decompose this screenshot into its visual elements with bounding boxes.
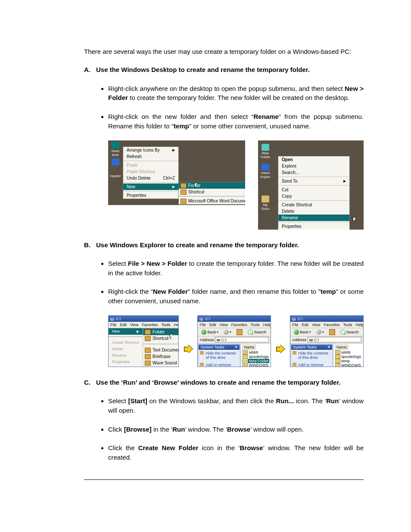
menu-rename[interactable]: Rename — [278, 215, 349, 221]
explorer-window-newfolder[interactable]: 🖴C:\ File Edit View Favorites Tools Help… — [197, 315, 271, 367]
list-item[interactable]: spoolerlogs — [242, 355, 269, 359]
tasks-header[interactable]: System Tasks⊗ — [291, 345, 332, 350]
list-item[interactable]: si668 — [242, 350, 269, 355]
task-add-remove[interactable]: Add or remove programs — [291, 361, 332, 367]
list-item-temp[interactable]: temp — [335, 359, 362, 363]
menu-search[interactable]: Search... — [278, 169, 349, 176]
menu-copy[interactable]: Copy — [278, 193, 349, 199]
sub-wave[interactable]: Wave Sound — [143, 360, 179, 366]
list-item[interactable]: WINDOWS — [242, 363, 269, 367]
file-new[interactable]: New▶ — [109, 328, 143, 335]
sub-word[interactable]: Microsoft Office Word — [143, 366, 179, 367]
address-bar[interactable]: Address 🖴 C:\ — [198, 336, 271, 344]
section-B-bullets: Select File > New > Folder to create the… — [108, 259, 364, 306]
window-titlebar[interactable]: 🖴C:\ — [198, 316, 271, 322]
menu-file[interactable]: File — [292, 323, 299, 327]
folders-button[interactable]: Folders — [362, 329, 364, 336]
menu-new[interactable]: New▶ — [123, 184, 178, 190]
menu-open[interactable]: Open — [278, 156, 349, 163]
label: Delete — [112, 347, 123, 351]
menu-delete[interactable]: Delete — [278, 208, 349, 215]
file-list[interactable]: Name si668 spoolerlogs temp WINDOWS — [333, 344, 363, 367]
search-button[interactable]: Search — [246, 329, 268, 335]
menu-edit[interactable]: Edit — [120, 323, 127, 327]
menu-tools[interactable]: Tools — [343, 323, 352, 327]
menu-favorites[interactable]: Favorites — [231, 323, 247, 327]
bold: [Start] — [128, 397, 147, 404]
menu-tools[interactable]: Tools — [161, 323, 170, 327]
up-button[interactable] — [327, 329, 337, 336]
explorer-window-temp[interactable]: 🖴C:\ File Edit View Favorites Tools Help… — [290, 315, 364, 367]
window-titlebar[interactable]: 🖴C:\ — [290, 316, 363, 322]
task-hide-contents[interactable]: Hide the contents of this drive — [291, 350, 332, 361]
column-name[interactable]: Name — [335, 345, 349, 350]
explorer-window-menu[interactable]: 🖴C:\ File Edit View Favorites Tools Help… — [108, 315, 179, 367]
bold: New Folder — [153, 288, 188, 295]
task-add-remove[interactable]: Add or remove programs — [199, 361, 240, 367]
menubar[interactable]: File Edit View Favorites Tools Help — [198, 322, 271, 328]
list-item[interactable]: spoolerlogs — [335, 355, 362, 359]
menu-paste: Paste — [123, 162, 178, 168]
menu-view[interactable]: View — [312, 323, 320, 327]
submenu-folder[interactable]: Folder — [179, 182, 245, 189]
menu-arrange-icons[interactable]: Arrange Icons By▶ — [123, 147, 178, 153]
menu-help[interactable]: Help — [355, 323, 364, 327]
address-field[interactable]: 🖴 C:\ — [308, 337, 361, 342]
menu-file[interactable]: File — [199, 323, 206, 327]
list-item[interactable]: WINDOWS — [335, 363, 362, 367]
menu-edit[interactable]: Edit — [209, 323, 216, 327]
list-item-new-folder[interactable]: New Folder — [242, 359, 269, 363]
menu-send-to[interactable]: Send To▶ — [278, 178, 349, 184]
menu-create-shortcut[interactable]: Create Shortcut — [278, 202, 349, 208]
menubar[interactable]: File Edit View Favorites Tools Help — [290, 322, 363, 328]
menu-file[interactable]: File — [110, 323, 117, 327]
menu-favorites[interactable]: Favorites — [324, 323, 339, 327]
toolbar[interactable]: Back▾ ▾ Search Folders — [290, 328, 363, 336]
back-button[interactable]: Back▾ — [292, 329, 313, 335]
folders-button[interactable]: Folders — [270, 329, 271, 336]
menu-favorites[interactable]: Favorites — [142, 323, 158, 327]
menu-help[interactable]: Help — [263, 323, 271, 327]
search-button[interactable]: Search — [339, 329, 361, 335]
sub-text[interactable]: Text Document — [143, 347, 179, 353]
up-button[interactable] — [235, 329, 244, 336]
menu-edit[interactable]: Edit — [302, 323, 309, 327]
menu-help[interactable]: Help — [174, 323, 178, 327]
address-bar[interactable]: Address 🖴 C:\ — [290, 336, 363, 344]
submenu-shortcut[interactable]: Shortcut — [179, 189, 245, 195]
folder-context-menu[interactable]: Open Explore Search... Send To▶ Cut Copy… — [278, 156, 350, 230]
list-item[interactable]: si668 — [335, 350, 362, 355]
menubar[interactable]: File Edit View Favorites Tools Help — [109, 322, 178, 328]
collapse-icon[interactable]: ⊗ — [235, 345, 238, 349]
label: Paste — [127, 163, 138, 168]
menu-undo-delete[interactable]: Undo DeleteCtrl+Z — [123, 175, 178, 181]
file-menu-dropdown[interactable]: New▶ Create Shortcut Delete Rename Prope… — [109, 328, 143, 367]
collapse-icon[interactable]: ⊗ — [327, 345, 330, 349]
menu-properties[interactable]: Properties — [123, 192, 178, 199]
submenu-word-doc[interactable]: Microsoft Office Word Document — [179, 198, 245, 204]
menu-cut[interactable]: Cut — [278, 187, 349, 193]
desktop-context-menu[interactable]: Arrange Icons By▶ Refresh Paste Paste Sh… — [123, 146, 179, 199]
menu-explore[interactable]: Explore — [278, 163, 349, 169]
menu-properties[interactable]: Properties — [278, 223, 349, 230]
menu-view[interactable]: View — [130, 323, 138, 327]
file-create-shortcut: Create Shortcut — [109, 339, 143, 346]
back-button[interactable]: Back▾ — [199, 329, 220, 335]
column-name[interactable]: Name — [242, 345, 256, 350]
figure-explorer-windows: 🖴C:\ File Edit View Favorites Tools Help… — [108, 315, 364, 367]
address-field[interactable]: 🖴 C:\ — [215, 337, 269, 342]
new-submenu[interactable]: Folder Shortcut Microsoft Office Word Do… — [178, 182, 245, 205]
file-list[interactable]: Name si668 spoolerlogs New Folder WINDOW… — [241, 344, 271, 367]
window-titlebar[interactable]: 🖴C:\ — [109, 316, 178, 322]
tasks-header[interactable]: System Tasks⊗ — [199, 345, 240, 350]
menu-tools[interactable]: Tools — [251, 323, 260, 327]
toolbar[interactable]: Back▾ ▾ Search Folders — [198, 328, 271, 336]
address-label: Address — [199, 338, 214, 342]
menu-view[interactable]: View — [219, 323, 227, 327]
task-hide-contents[interactable]: Hide the contents of this drive — [199, 350, 240, 361]
sub-brief[interactable]: Briefcase — [143, 353, 179, 360]
menu-refresh[interactable]: Refresh — [123, 153, 178, 160]
text: ” folder name, and then rename this fold… — [188, 288, 321, 295]
C-bullet-3: Click the Create New Folder icon in the … — [108, 443, 364, 462]
forward-button: ▾ — [222, 329, 233, 335]
